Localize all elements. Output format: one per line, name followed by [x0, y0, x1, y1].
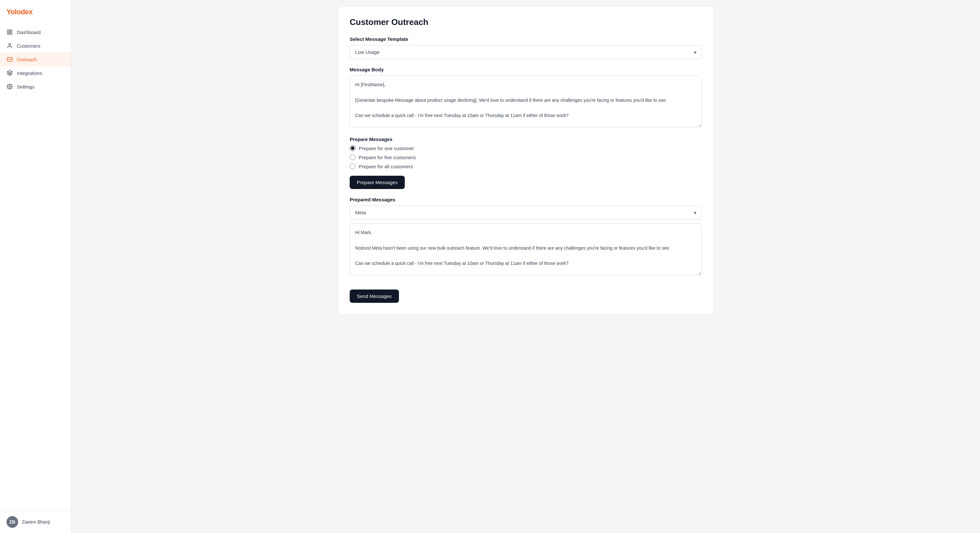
radio-group: Prepare for one customer Prepare for fiv…	[350, 145, 702, 169]
user-profile: ZB Zaeem Bhanji	[0, 511, 71, 533]
template-section: Select Message Template Low Usage High U…	[350, 36, 702, 59]
svg-rect-0	[8, 30, 9, 32]
radio-label-all: Prepare for all customers	[359, 164, 413, 169]
mail-icon	[6, 56, 13, 62]
svg-marker-6	[8, 71, 12, 73]
avatar: ZB	[6, 516, 18, 528]
sidebar-item-label: Settings	[17, 84, 34, 89]
gear-icon	[6, 83, 13, 90]
sidebar-item-customers[interactable]: Customers	[0, 39, 71, 53]
prepare-messages-section: Prepare Messages Prepare for one custome…	[350, 137, 702, 189]
avatar-initials: ZB	[10, 519, 16, 525]
sidebar-item-outreach[interactable]: Outreach	[0, 53, 71, 66]
page-title: Customer Outreach	[350, 17, 702, 27]
prepare-messages-button[interactable]: Prepare Messages	[350, 176, 405, 189]
sidebar-item-label: Integrations	[17, 70, 42, 76]
svg-rect-2	[10, 33, 12, 34]
radio-option-five[interactable]: Prepare for five customers	[350, 154, 702, 160]
svg-rect-5	[8, 57, 12, 61]
layers-icon	[6, 70, 13, 76]
template-select-wrapper: Low Usage High Usage Onboarding Renewal …	[350, 45, 702, 59]
radio-label-five: Prepare for five customers	[359, 155, 416, 160]
page-card: Customer Outreach Select Message Templat…	[338, 6, 714, 315]
radio-option-all[interactable]: Prepare for all customers	[350, 163, 702, 169]
sidebar-item-dashboard[interactable]: Dashboard	[0, 25, 71, 39]
sidebar-item-label: Outreach	[17, 57, 37, 62]
sidebar-item-label: Dashboard	[17, 29, 40, 35]
sidebar: Yolodex Dashboard Customers	[0, 0, 71, 533]
sidebar-item-settings[interactable]: Settings	[0, 80, 71, 93]
message-body-section: Message Body Hi [FirstName], [Generate b…	[350, 67, 702, 129]
prepared-customer-select[interactable]: Meta Acme Corp Stripe Notion	[350, 206, 702, 220]
prepared-message-textarea[interactable]: Hi Mark, Noticed Meta hasn't been using …	[350, 223, 702, 275]
template-select[interactable]: Low Usage High Usage Onboarding Renewal	[350, 45, 702, 59]
template-label: Select Message Template	[350, 36, 702, 42]
send-messages-button[interactable]: Send Messages	[350, 289, 399, 303]
app-logo: Yolodex	[0, 0, 71, 23]
message-body-label: Message Body	[350, 67, 702, 72]
user-icon	[6, 43, 13, 49]
svg-point-4	[9, 43, 11, 45]
sidebar-item-integrations[interactable]: Integrations	[0, 66, 71, 80]
grid-icon	[6, 29, 13, 35]
sidebar-nav: Dashboard Customers Outreach	[0, 23, 71, 511]
radio-input-all[interactable]	[350, 163, 355, 169]
prepared-messages-section: Prepared Messages Meta Acme Corp Stripe …	[350, 197, 702, 276]
message-body-textarea[interactable]: Hi [FirstName], [Generate bespoke Messag…	[350, 75, 702, 128]
svg-rect-1	[10, 30, 12, 32]
prepared-messages-label: Prepared Messages	[350, 197, 702, 202]
svg-rect-3	[8, 33, 9, 34]
radio-input-five[interactable]	[350, 154, 355, 160]
svg-point-7	[9, 86, 11, 88]
main-content: Customer Outreach Select Message Templat…	[71, 0, 980, 533]
radio-option-one[interactable]: Prepare for one customer	[350, 145, 702, 151]
sidebar-item-label: Customers	[17, 43, 40, 49]
radio-input-one[interactable]	[350, 145, 355, 151]
user-name: Zaeem Bhanji	[22, 519, 50, 525]
prepare-messages-label: Prepare Messages	[350, 137, 702, 142]
prepared-dropdown-wrapper: Meta Acme Corp Stripe Notion ▾	[350, 206, 702, 220]
radio-label-one: Prepare for one customer	[359, 145, 414, 151]
